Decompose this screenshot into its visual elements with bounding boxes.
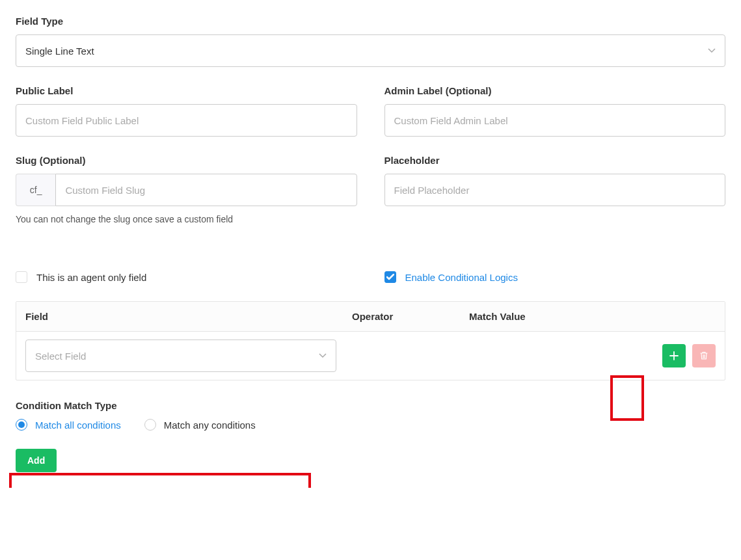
- conditions-table: Field Operator Match Value Select Field: [16, 301, 725, 380]
- trash-icon: [699, 351, 708, 360]
- radio-checked-icon: [16, 419, 27, 431]
- th-match: Match Value: [469, 311, 716, 322]
- field-type-value: Single Line Text: [25, 46, 94, 57]
- conditional-logics-label: Enable Conditional Logics: [405, 272, 518, 283]
- add-condition-button[interactable]: [662, 344, 686, 367]
- conditions-header: Field Operator Match Value: [16, 302, 725, 332]
- checkbox-icon: [16, 271, 27, 283]
- match-type-label: Condition Match Type: [16, 400, 725, 411]
- public-label-input[interactable]: [16, 104, 357, 137]
- condition-field-placeholder: Select Field: [35, 351, 86, 362]
- highlight-radio-group: [9, 473, 311, 488]
- agent-only-label: This is an agent only field: [36, 272, 146, 283]
- add-button[interactable]: Add: [16, 449, 57, 472]
- condition-field-select[interactable]: Select Field: [25, 340, 336, 372]
- conditional-logics-checkbox[interactable]: Enable Conditional Logics: [384, 271, 726, 283]
- admin-label-input[interactable]: [384, 104, 726, 137]
- placeholder-label: Placeholder: [384, 155, 726, 166]
- slug-prefix: cf_: [16, 174, 55, 206]
- radio-icon: [144, 419, 156, 431]
- conditions-row: Select Field: [16, 332, 725, 380]
- slug-label: Slug (Optional): [16, 155, 357, 166]
- placeholder-input[interactable]: [384, 174, 726, 206]
- match-all-radio[interactable]: Match all conditions: [16, 419, 121, 431]
- admin-label-label: Admin Label (Optional): [384, 85, 726, 96]
- th-field: Field: [25, 311, 352, 322]
- match-any-label: Match any conditions: [164, 420, 256, 431]
- agent-only-checkbox[interactable]: This is an agent only field: [16, 271, 357, 283]
- plus-icon: [669, 351, 679, 360]
- slug-help-text: You can not change the slug once save a …: [16, 214, 357, 224]
- delete-condition-button[interactable]: [692, 344, 716, 367]
- th-operator: Operator: [352, 311, 469, 322]
- field-type-select[interactable]: Single Line Text: [16, 34, 725, 67]
- chevron-down-icon: [708, 48, 716, 53]
- field-type-label: Field Type: [16, 16, 725, 27]
- match-any-radio[interactable]: Match any conditions: [144, 419, 256, 431]
- chevron-down-icon: [319, 353, 327, 358]
- slug-input[interactable]: [55, 174, 357, 206]
- public-label-label: Public Label: [16, 85, 357, 96]
- checkbox-checked-icon: [384, 271, 396, 283]
- match-all-label: Match all conditions: [35, 420, 121, 431]
